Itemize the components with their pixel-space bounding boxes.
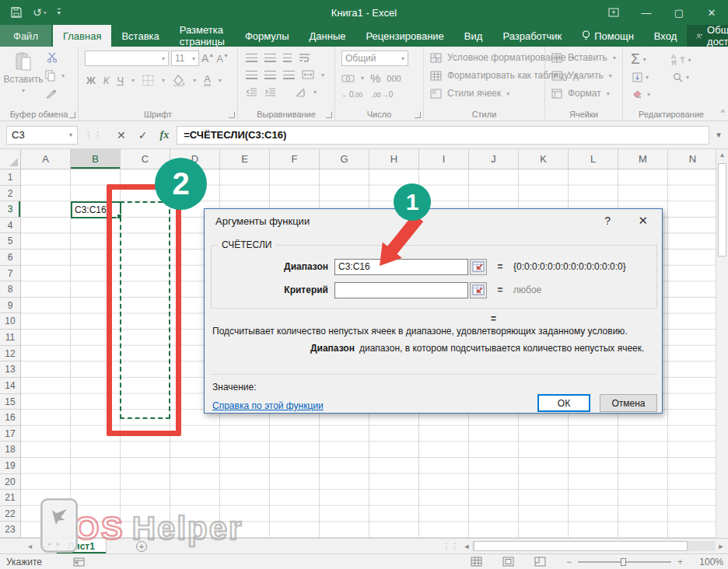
cell-styles-button[interactable]: Стили ячеек▾ bbox=[430, 88, 509, 99]
row-header-22[interactable]: 22 bbox=[0, 506, 20, 522]
macro-record-icon[interactable] bbox=[73, 557, 85, 567]
column-header-I[interactable]: I bbox=[419, 149, 469, 169]
alignment-dialog-launcher-icon[interactable] bbox=[326, 112, 332, 118]
row-header-18[interactable]: 18 bbox=[0, 442, 20, 458]
row-header-5[interactable]: 5 bbox=[0, 233, 20, 250]
row-header-8[interactable]: 8 bbox=[0, 281, 20, 298]
expand-formula-bar-icon[interactable]: ▾ bbox=[709, 130, 728, 140]
sort-filter-button[interactable]: АЯ ▾ bbox=[671, 54, 691, 66]
cancel-button[interactable]: Отмена bbox=[600, 394, 657, 412]
tab-page-layout[interactable]: Разметка страницы bbox=[170, 25, 235, 47]
column-header-L[interactable]: L bbox=[569, 149, 618, 169]
column-header-K[interactable]: K bbox=[519, 149, 569, 169]
align-middle-icon[interactable] bbox=[264, 54, 276, 62]
insert-cells-button[interactable]: Вставить▾ bbox=[551, 52, 616, 63]
orientation-icon[interactable] bbox=[295, 87, 306, 97]
formula-input[interactable]: =СЧЁТЕСЛИ(C3:C16) bbox=[177, 126, 709, 145]
row-header-6[interactable]: 6 bbox=[0, 250, 20, 266]
row-header-14[interactable]: 14 bbox=[0, 378, 20, 394]
function-help-link[interactable]: Справка по этой функции bbox=[212, 400, 324, 411]
row-header-7[interactable]: 7 bbox=[0, 266, 20, 282]
row-header-16[interactable]: 16 bbox=[0, 410, 20, 426]
format-painter-button[interactable] bbox=[45, 89, 57, 99]
fill-button[interactable]: ▾ bbox=[632, 72, 649, 82]
name-box[interactable]: C3 ▾ bbox=[6, 126, 78, 145]
fill-color-icon[interactable] bbox=[173, 75, 185, 86]
normal-view-icon[interactable] bbox=[471, 557, 482, 567]
column-header-M[interactable]: M bbox=[618, 149, 668, 169]
tab-formulas[interactable]: Формулы bbox=[235, 25, 299, 47]
row-header-10[interactable]: 10 bbox=[0, 313, 20, 330]
page-layout-view-icon[interactable] bbox=[502, 557, 514, 567]
share-button[interactable]: Общий доступ bbox=[687, 25, 728, 47]
underline-dropdown-icon[interactable]: ▾ bbox=[131, 77, 135, 84]
font-dialog-launcher-icon[interactable] bbox=[229, 112, 235, 118]
scroll-left-icon[interactable]: ◄ bbox=[461, 543, 472, 550]
column-header-G[interactable]: G bbox=[320, 149, 369, 169]
number-format-combo[interactable]: Общий▾ bbox=[341, 51, 408, 66]
confirm-entry-icon[interactable]: ✓ bbox=[138, 129, 148, 141]
column-header-B[interactable]: B bbox=[71, 149, 121, 169]
row-header-17[interactable]: 17 bbox=[0, 426, 20, 442]
minimize-button[interactable]: — bbox=[630, 0, 663, 25]
horizontal-scroll-thumb[interactable] bbox=[474, 541, 688, 551]
dialog-close-icon[interactable]: ✕ bbox=[638, 214, 648, 228]
shrink-font-button[interactable]: А▼ bbox=[216, 53, 229, 65]
close-button[interactable]: ✕ bbox=[695, 0, 728, 25]
font-size-combo[interactable]: 11▾ bbox=[171, 51, 199, 66]
column-header-H[interactable]: H bbox=[369, 149, 419, 169]
scroll-up-icon[interactable]: ▲ bbox=[716, 149, 728, 162]
column-header-J[interactable]: J bbox=[469, 149, 519, 169]
criteria-input[interactable] bbox=[334, 282, 468, 298]
tab-home[interactable]: Главная bbox=[53, 25, 111, 47]
row-header-21[interactable]: 21 bbox=[0, 490, 20, 506]
align-bottom-icon[interactable] bbox=[283, 54, 292, 62]
new-sheet-button[interactable]: + bbox=[136, 539, 147, 553]
column-header-E[interactable]: E bbox=[220, 149, 270, 169]
wrap-text-icon[interactable] bbox=[299, 53, 310, 62]
ribbon-display-options-icon[interactable] bbox=[597, 0, 630, 25]
increase-indent-icon[interactable] bbox=[264, 88, 276, 96]
accounting-format-icon[interactable] bbox=[341, 73, 355, 83]
percent-style-button[interactable]: % bbox=[370, 72, 380, 85]
cut-button[interactable] bbox=[47, 51, 58, 63]
row-header-13[interactable]: 13 bbox=[0, 361, 20, 378]
autosum-button[interactable]: Σ▾ bbox=[631, 51, 646, 68]
sheet-nav-left-icon[interactable]: ◄ bbox=[26, 543, 33, 550]
zoom-in-icon[interactable]: + bbox=[677, 557, 683, 567]
tab-file[interactable]: Файл bbox=[0, 25, 51, 47]
save-icon[interactable] bbox=[11, 7, 22, 18]
range-picker-button[interactable] bbox=[470, 259, 487, 275]
column-header-N[interactable]: N bbox=[668, 149, 716, 169]
align-top-icon[interactable] bbox=[246, 54, 257, 62]
clear-button[interactable]: ▾ bbox=[632, 90, 650, 99]
zoom-slider-thumb[interactable] bbox=[621, 558, 626, 566]
zoom-slider[interactable] bbox=[578, 561, 671, 563]
row-header-15[interactable]: 15 bbox=[0, 394, 20, 410]
maximize-button[interactable]: ▢ bbox=[663, 0, 695, 25]
dialog-help-icon[interactable]: ? bbox=[604, 215, 611, 227]
undo-button[interactable]: ↺▾ bbox=[33, 6, 47, 19]
copy-button[interactable]: ▾ bbox=[45, 70, 65, 82]
tabbar-splitter[interactable]: ⋮⋮ bbox=[443, 539, 460, 553]
number-dialog-launcher-icon[interactable] bbox=[415, 112, 421, 118]
increase-decimal-icon[interactable]: ←0,00 bbox=[341, 90, 362, 99]
tab-signin[interactable]: Вход bbox=[644, 25, 687, 47]
formula-bar-splitter[interactable]: ⋮⋮ bbox=[84, 130, 103, 140]
undo-dropdown-icon[interactable]: ▾ bbox=[44, 9, 47, 16]
format-cells-button[interactable]: Формат▾ bbox=[551, 88, 610, 99]
column-header-F[interactable]: F bbox=[270, 149, 320, 169]
name-box-dropdown-icon[interactable]: ▾ bbox=[69, 131, 72, 138]
underline-button[interactable]: Ч bbox=[117, 75, 124, 86]
font-name-combo[interactable]: ▾ bbox=[85, 51, 169, 66]
comma-style-button[interactable]: 000 bbox=[387, 74, 401, 83]
tab-view[interactable]: Вид bbox=[454, 25, 493, 47]
select-all-corner[interactable] bbox=[0, 149, 21, 169]
criteria-picker-button[interactable] bbox=[470, 282, 487, 298]
vertical-scroll-thumb[interactable] bbox=[718, 163, 726, 257]
collapse-ribbon-icon[interactable]: ^ bbox=[721, 108, 725, 117]
insert-function-icon[interactable]: fx bbox=[159, 129, 169, 141]
row-header-1[interactable]: 1 bbox=[0, 169, 20, 186]
zoom-out-icon[interactable]: − bbox=[566, 557, 572, 567]
row-header-23[interactable]: 23 bbox=[0, 522, 20, 538]
